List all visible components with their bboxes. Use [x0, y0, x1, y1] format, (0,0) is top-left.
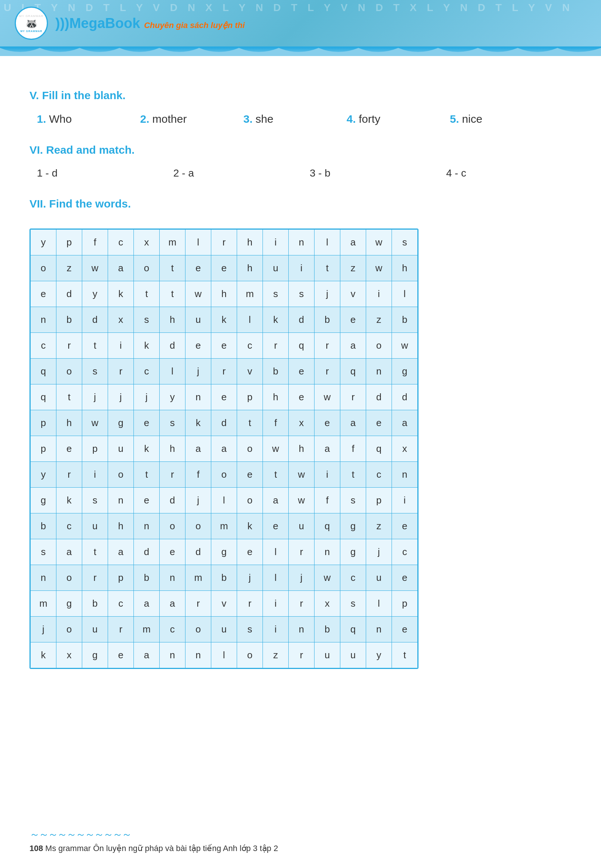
grid-cell: q	[366, 436, 392, 462]
grid-cell: b	[31, 513, 56, 539]
grid-cell: d	[56, 281, 82, 307]
grid-cell: q	[314, 513, 340, 539]
grid-cell: e	[211, 384, 237, 410]
table-row: gksnedjloawfspi	[31, 487, 418, 513]
grid-cell: e	[340, 307, 366, 333]
grid-cell: j	[366, 539, 392, 565]
grid-cell: i	[392, 487, 418, 513]
grid-cell: l	[186, 230, 211, 256]
table-row: yriotrfoetwitcn	[31, 462, 418, 487]
grid-cell: j	[134, 384, 160, 410]
grid-cell: q	[31, 359, 56, 384]
grid-cell: g	[211, 539, 237, 565]
grid-cell: e	[392, 513, 418, 539]
grid-cell: g	[82, 643, 108, 668]
section-vi: VI. Read and match. 1 - d 2 - a 3 - b 4 …	[29, 144, 572, 179]
fill-item-2: 2. mother	[140, 113, 243, 125]
grid-cell: w	[82, 410, 108, 436]
grid-cell: u	[82, 617, 108, 643]
logo-bottom-text: MY GRAMMAR	[20, 30, 43, 32]
brand-slogan: Chuyên gia sách luyện thi	[144, 21, 245, 30]
grid-cell: c	[237, 333, 263, 359]
grid-cell: d	[160, 333, 186, 359]
grid-cell: s	[392, 230, 418, 256]
page-number: 108	[29, 844, 43, 853]
word-grid-container: ypfcxmlrhinlawsozwaoteehuitzwhedykttwhms…	[29, 228, 418, 669]
grid-cell: h	[56, 410, 82, 436]
grid-cell: t	[134, 281, 160, 307]
grid-cell: d	[134, 539, 160, 565]
grid-cell: p	[31, 436, 56, 462]
grid-cell: n	[160, 643, 186, 668]
grid-cell: b	[82, 591, 108, 617]
grid-cell: a	[160, 591, 186, 617]
grid-cell: w	[366, 230, 392, 256]
grid-cell: e	[211, 256, 237, 281]
grid-cell: x	[314, 591, 340, 617]
grid-cell: p	[237, 384, 263, 410]
grid-cell: e	[108, 643, 134, 668]
grid-cell: i	[263, 617, 289, 643]
grid-cell: u	[186, 307, 211, 333]
grid-cell: o	[237, 436, 263, 462]
grid-cell: q	[31, 384, 56, 410]
grid-cell: s	[289, 281, 314, 307]
grid-cell: b	[314, 307, 340, 333]
brand-name: )))MegaBook Chuyên gia sách luyện thi	[55, 15, 245, 31]
section-vii-title: VII. Find the words.	[29, 198, 572, 210]
grid-cell: r	[56, 462, 82, 487]
grid-cell: t	[392, 643, 418, 668]
grid-cell: b	[263, 359, 289, 384]
grid-cell: v	[340, 281, 366, 307]
grid-cell: n	[186, 643, 211, 668]
fill-word-5: nice	[462, 113, 482, 125]
grid-cell: t	[82, 539, 108, 565]
footer-full-text: Ms grammar Ôn luyện ngữ pháp và bài tập …	[45, 844, 278, 853]
grid-cell: r	[289, 591, 314, 617]
grid-cell: e	[186, 256, 211, 281]
grid-cell: r	[314, 333, 340, 359]
grid-cell: j	[314, 281, 340, 307]
grid-cell: e	[56, 436, 82, 462]
fill-num-3: 3.	[243, 113, 253, 125]
grid-cell: m	[237, 281, 263, 307]
word-grid: ypfcxmlrhinlawsozwaoteehuitzwhedykttwhms…	[30, 229, 418, 668]
grid-cell: l	[160, 359, 186, 384]
grid-cell: c	[108, 230, 134, 256]
grid-cell: m	[31, 591, 56, 617]
grid-cell: s	[340, 487, 366, 513]
table-row: norpbnmbjljwcue	[31, 565, 418, 591]
grid-cell: o	[211, 462, 237, 487]
grid-cell: d	[82, 307, 108, 333]
grid-cell: u	[289, 513, 314, 539]
grid-cell: a	[263, 487, 289, 513]
grid-cell: r	[211, 230, 237, 256]
match-item-2: 2 - a	[173, 168, 310, 179]
grid-cell: p	[82, 436, 108, 462]
grid-cell: l	[211, 487, 237, 513]
grid-cell: e	[314, 410, 340, 436]
grid-cell: b	[314, 617, 340, 643]
grid-cell: p	[108, 565, 134, 591]
grid-cell: e	[186, 333, 211, 359]
grid-cell: w	[186, 281, 211, 307]
grid-cell: s	[340, 591, 366, 617]
match-item-1: 1 - d	[37, 168, 173, 179]
grid-cell: d	[289, 307, 314, 333]
grid-cell: i	[314, 462, 340, 487]
fill-item-1: 1. Who	[37, 113, 140, 125]
grid-cell: c	[392, 539, 418, 565]
table-row: ypfcxmlrhinlaws	[31, 230, 418, 256]
grid-cell: y	[82, 281, 108, 307]
grid-cell: i	[289, 256, 314, 281]
grid-cell: t	[340, 462, 366, 487]
grid-cell: x	[56, 643, 82, 668]
grid-cell: s	[263, 281, 289, 307]
grid-cell: i	[366, 281, 392, 307]
grid-cell: n	[366, 359, 392, 384]
grid-cell: v	[237, 359, 263, 384]
grid-cell: k	[56, 487, 82, 513]
grid-cell: l	[263, 539, 289, 565]
grid-cell: y	[160, 384, 186, 410]
grid-cell: l	[211, 643, 237, 668]
